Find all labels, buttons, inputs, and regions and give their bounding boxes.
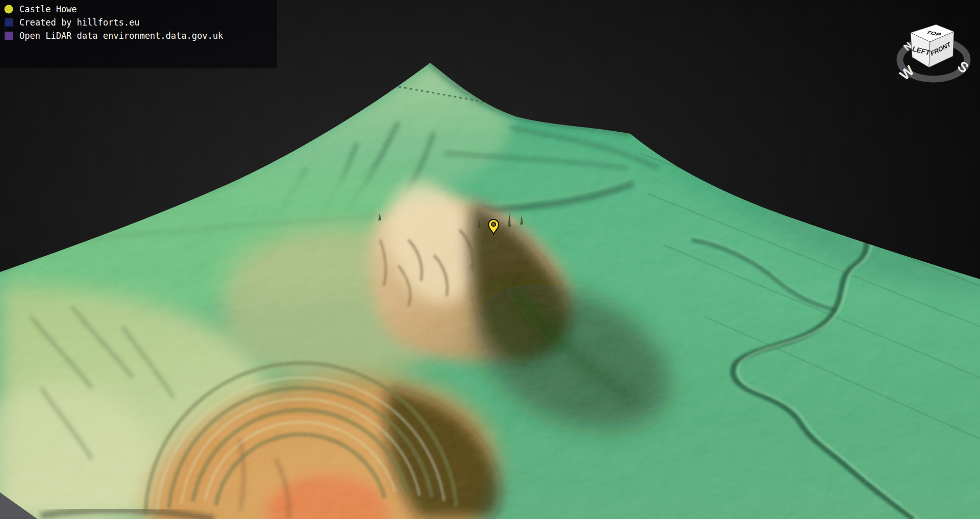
legend-item-credit: Created by hillforts.eu: [4, 16, 270, 29]
terrain-viewport[interactable]: [0, 0, 980, 519]
map-pin-hole: [492, 222, 496, 226]
legend-swatch-marker: [4, 5, 13, 14]
terrain-mesh: [0, 0, 980, 519]
legend-item-label: Castle Howe: [19, 4, 77, 14]
legend-item-castle-howe: Castle Howe: [4, 3, 270, 15]
legend-item-label: Open LiDAR data environment.data.gov.uk: [19, 31, 223, 41]
legend-swatch-credit: [4, 18, 13, 27]
legend-swatch-data-source: [4, 31, 13, 40]
viewer-stage: Castle Howe Created by hillforts.eu Open…: [0, 0, 980, 519]
legend-item-label: Created by hillforts.eu: [19, 17, 139, 28]
legend-item-data-source: Open LiDAR data environment.data.gov.uk: [4, 29, 270, 42]
view-cube-gizmo: N W S TOP LEFT FRONT: [889, 16, 980, 93]
legend-panel: Castle Howe Created by hillforts.eu Open…: [0, 0, 277, 68]
view-cube[interactable]: N W S TOP LEFT FRONT: [889, 16, 980, 93]
